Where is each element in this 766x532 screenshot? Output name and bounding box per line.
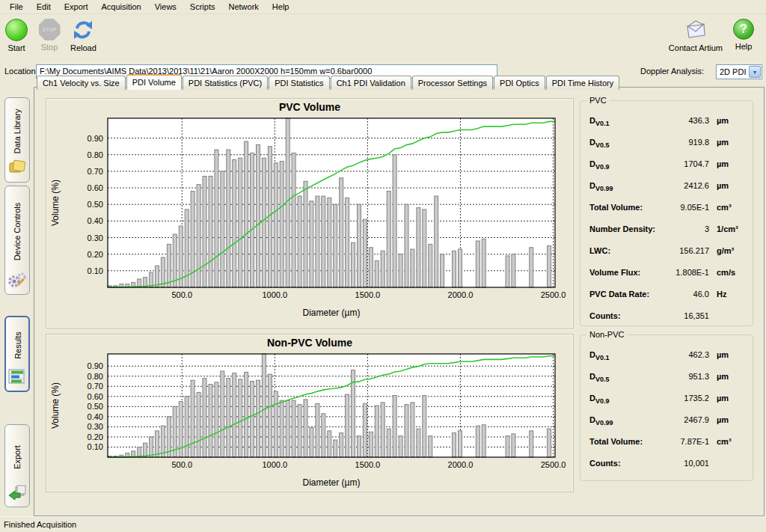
stop-icon: STOP	[39, 19, 61, 40]
tab-processor-settings[interactable]: Processor Settings	[412, 76, 493, 90]
svg-text:2000.0: 2000.0	[448, 290, 474, 299]
reload-button[interactable]: Reload	[66, 14, 101, 52]
export-icon	[7, 483, 27, 503]
stat-row: Counts:10,001	[589, 459, 747, 480]
app-window: FileEditExportAcquisitionViewsScriptsNet…	[0, 0, 766, 532]
menu-item-views[interactable]: Views	[148, 1, 183, 13]
menu-item-help[interactable]: Help	[266, 1, 296, 13]
svg-text:2000.0: 2000.0	[448, 460, 474, 469]
svg-text:0.40: 0.40	[88, 412, 103, 421]
tab-pdi-volume[interactable]: PDI Volume	[126, 74, 182, 90]
tab-ch1-pdi-validation[interactable]: Ch1 PDI Validation	[331, 76, 411, 90]
stat-row: DV0.91704.7µm	[589, 159, 747, 181]
stat-label: DV0.99	[589, 181, 658, 192]
stat-row: DV0.91735.2µm	[589, 394, 747, 415]
tab-ch1-velocity-vs-size[interactable]: Ch1 Velocity vs. Size	[37, 76, 126, 90]
stat-row: PVC Data Rate:46.0Hz	[589, 290, 747, 311]
main-area: Data LibraryDevice ControlsResultsExport…	[0, 85, 766, 516]
menu-item-network[interactable]: Network	[221, 1, 265, 13]
tab-pdi-statistics-pvc-[interactable]: PDI Statistics (PVC)	[183, 76, 268, 90]
stat-value: 16,351	[658, 311, 709, 320]
menu-item-acquisition[interactable]: Acquisition	[95, 1, 148, 13]
sidebar: Data LibraryDevice ControlsResultsExport	[0, 85, 34, 516]
tab-pdi-statistics[interactable]: PDI Statistics	[269, 76, 329, 90]
stat-row: DV0.1436.3µm	[589, 116, 747, 138]
svg-text:0.20: 0.20	[88, 432, 103, 441]
stop-label: Stop	[41, 43, 58, 52]
svg-text:0.10: 0.10	[88, 442, 103, 451]
stat-value: 7.87E-1	[658, 437, 709, 446]
stat-value: 1735.2	[658, 394, 709, 403]
tab-pdi-time-history[interactable]: PDI Time History	[546, 76, 620, 90]
svg-text:0.50: 0.50	[88, 200, 103, 209]
svg-text:0.80: 0.80	[88, 372, 103, 381]
nonpvc-chart-title: Non-PVC Volume	[46, 334, 573, 349]
stat-row: LWC:156.217g/m³	[589, 246, 747, 268]
doppler-analysis-value: 2D PDI	[717, 67, 749, 76]
pvc-chart-title: PVC Volume	[46, 99, 573, 114]
stat-row: Number Density:31/cm³	[589, 224, 747, 246]
svg-text:Volume (%): Volume (%)	[50, 382, 61, 429]
svg-text:0.50: 0.50	[88, 402, 103, 411]
sidebar-item-export[interactable]: Export	[4, 424, 30, 507]
stat-row: DV0.992467.9µm	[589, 415, 747, 437]
tab-pdi-optics[interactable]: PDI Optics	[494, 76, 545, 90]
menu-item-export[interactable]: Export	[58, 1, 95, 13]
svg-text:Diameter (µm): Diameter (µm)	[303, 308, 361, 318]
stat-row: Total Volume:7.87E-1cm³	[589, 437, 747, 459]
stat-value: 1.808E-1	[658, 268, 709, 277]
menu-item-file[interactable]: File	[3, 1, 30, 13]
stat-unit: cm/s	[709, 268, 747, 277]
nonpvc-volume-chart: 0.100.200.300.400.500.600.700.800.90500.…	[46, 349, 570, 490]
doppler-analysis-select[interactable]: 2D PDI ▼	[716, 64, 762, 79]
chevron-down-icon[interactable]: ▼	[749, 66, 761, 78]
menu-item-scripts[interactable]: Scripts	[183, 1, 222, 13]
svg-text:500.0: 500.0	[171, 290, 192, 299]
sidebar-item-results[interactable]: Results	[4, 316, 30, 392]
stat-label: DV0.5	[589, 372, 658, 383]
stat-value: 436.3	[658, 116, 709, 125]
help-button[interactable]: ? Help	[727, 14, 760, 51]
stat-value: 9.05E-1	[658, 203, 709, 212]
envelope-icon	[684, 19, 707, 41]
stat-unit: µm	[709, 350, 747, 359]
reload-icon	[72, 19, 94, 41]
stat-label: DV0.9	[589, 394, 658, 405]
start-button[interactable]: Start	[0, 14, 33, 52]
stat-unit: µm	[709, 116, 747, 125]
svg-text:0.60: 0.60	[88, 183, 103, 192]
svg-text:0.80: 0.80	[88, 150, 103, 159]
stat-value: 951.3	[658, 372, 709, 381]
svg-text:0.30: 0.30	[88, 422, 103, 431]
contact-artium-button[interactable]: Contact Artium	[664, 14, 727, 52]
svg-text:0.20: 0.20	[88, 250, 103, 259]
stat-row: DV0.992412.6µm	[589, 181, 747, 203]
pvc-volume-chart: 0.100.200.300.400.500.600.700.800.90500.…	[46, 114, 570, 326]
status-text: Finished Acquisition	[4, 520, 76, 529]
stat-label: LWC:	[589, 246, 658, 255]
stat-label: Total Volume:	[589, 437, 658, 446]
menu-item-edit[interactable]: Edit	[30, 1, 58, 13]
stat-row: DV0.5919.8µm	[589, 138, 747, 159]
stat-value: 46.0	[658, 290, 709, 299]
sidebar-item-device-controls[interactable]: Device Controls	[4, 186, 30, 295]
sidebar-item-data-library[interactable]: Data Library	[4, 97, 30, 183]
help-label: Help	[735, 42, 753, 51]
chart-icon	[7, 367, 27, 387]
stat-unit: 1/cm³	[709, 224, 747, 233]
menu-bar: FileEditExportAcquisitionViewsScriptsNet…	[0, 0, 766, 14]
pvc-stats-legend: PVC	[586, 96, 610, 105]
stat-unit: Hz	[709, 290, 747, 299]
stat-value: 156.217	[658, 246, 709, 255]
stop-button[interactable]: STOP Stop	[33, 14, 66, 52]
stat-value: 3	[658, 224, 709, 233]
stat-unit: g/m³	[709, 246, 747, 255]
svg-text:1000.0: 1000.0	[262, 290, 287, 299]
stat-unit: µm	[709, 138, 747, 147]
stat-unit: µm	[709, 159, 747, 168]
stat-label: Number Density:	[589, 224, 658, 233]
stat-value: 2412.6	[658, 181, 709, 190]
stat-value: 462.3	[658, 350, 709, 359]
stat-value: 10,001	[658, 459, 709, 468]
svg-text:0.10: 0.10	[88, 266, 103, 275]
